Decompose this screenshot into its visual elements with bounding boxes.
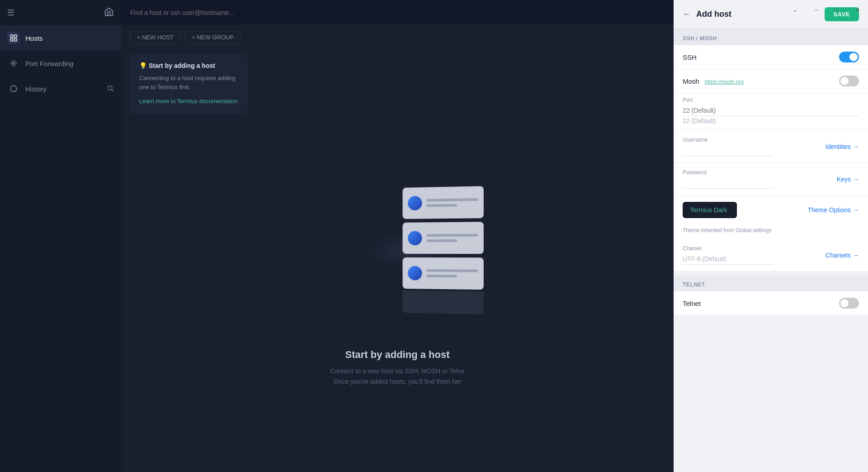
port-field-row: Port 22 (Default) bbox=[674, 93, 868, 130]
minimize-button[interactable]: − bbox=[806, 0, 826, 20]
charset-label: Charset bbox=[683, 245, 826, 252]
password-row: Password Keys → bbox=[674, 163, 868, 195]
search-input[interactable] bbox=[130, 9, 665, 16]
new-host-button[interactable]: + NEW HOST bbox=[130, 31, 180, 44]
keys-link[interactable]: Keys → bbox=[837, 176, 859, 183]
sidebar-item-hosts[interactable]: Hosts bbox=[0, 25, 121, 51]
server-dot-1 bbox=[408, 195, 422, 210]
server-line-1a bbox=[426, 198, 478, 201]
password-input[interactable] bbox=[683, 177, 773, 189]
telnet-section: Telnet bbox=[674, 291, 868, 315]
info-card-link[interactable]: Learn more in Termius documentation bbox=[139, 98, 238, 105]
server-line-1b bbox=[426, 204, 457, 207]
sidebar-history-label: History bbox=[25, 85, 47, 93]
info-card-title: 💡 Start by adding a host bbox=[139, 62, 239, 69]
charsets-link[interactable]: Charsets → bbox=[826, 252, 859, 259]
telnet-toggle[interactable] bbox=[839, 298, 859, 309]
username-row: Username Identities → bbox=[674, 130, 868, 163]
svg-rect-3 bbox=[14, 39, 17, 41]
svg-rect-1 bbox=[14, 35, 17, 37]
telnet-label: Telnet bbox=[683, 300, 701, 307]
svg-rect-2 bbox=[10, 39, 13, 41]
server-card-3 bbox=[402, 257, 483, 289]
charset-value: UTF-8 (Default) bbox=[683, 253, 773, 265]
server-dot-3 bbox=[408, 266, 422, 280]
mosh-toggle-slider bbox=[839, 76, 859, 86]
telnet-toggle-row: Telnet bbox=[674, 291, 868, 315]
username-field-container: Username bbox=[683, 137, 826, 156]
svg-point-6 bbox=[108, 86, 112, 90]
home-icon[interactable] bbox=[104, 7, 114, 19]
hamburger-icon[interactable]: ☰ bbox=[7, 8, 14, 18]
server-illustration bbox=[402, 186, 483, 315]
port-value: 22 (Default) bbox=[683, 116, 859, 124]
svg-line-7 bbox=[112, 90, 113, 91]
ssh-mosh-section: SSH Mosh https://mosh.org Port bbox=[674, 45, 868, 272]
maximize-button[interactable]: □ bbox=[826, 0, 847, 20]
server-line-2b bbox=[426, 239, 457, 242]
server-line-2a bbox=[426, 234, 478, 237]
chevron-down-button[interactable]: ⌄ bbox=[785, 0, 806, 20]
info-card-body: Connecting to a host requires adding one… bbox=[139, 74, 239, 91]
panel-body: SSH / Mosh SSH Mosh https://mosh.org bbox=[674, 29, 868, 472]
theme-options-link[interactable]: Theme Options → bbox=[807, 206, 859, 214]
ssh-toggle-row: SSH bbox=[674, 45, 868, 69]
username-input[interactable] bbox=[683, 145, 773, 156]
server-line-3b bbox=[426, 274, 457, 277]
svg-point-5 bbox=[10, 86, 17, 92]
hero-text: Start by adding a host Connect to a new … bbox=[330, 349, 465, 386]
sidebar-hosts-label: Hosts bbox=[25, 34, 42, 42]
password-field-container: Password bbox=[683, 169, 837, 189]
main-content: + NEW HOST + NEW GROUP 💡 Start by adding… bbox=[121, 0, 674, 472]
server-card-2 bbox=[402, 222, 483, 254]
history-search-icon[interactable] bbox=[107, 85, 114, 93]
telnet-section-header: Telnet bbox=[674, 275, 868, 291]
username-label: Username bbox=[683, 137, 826, 143]
hero-area: Start by adding a host Connect to a new … bbox=[121, 119, 674, 472]
action-bar: + NEW HOST + NEW GROUP bbox=[121, 25, 674, 49]
sidebar: ☰ Hosts bbox=[0, 0, 121, 472]
mosh-label: Mosh https://mosh.org bbox=[683, 77, 744, 85]
charset-row: Charset UTF-8 (Default) Charsets → bbox=[674, 239, 868, 272]
hosts-icon bbox=[7, 32, 20, 44]
add-host-panel: ⌄ − □ ✕ ← Add host SAVE SSH / Mosh SSH bbox=[674, 0, 868, 472]
server-dot-2 bbox=[408, 231, 422, 245]
ssh-toggle[interactable] bbox=[839, 52, 859, 62]
hero-illustration bbox=[121, 119, 674, 472]
hero-subtitle-1: Connect to a new host via SSH, MOSH or T… bbox=[330, 366, 465, 376]
telnet-toggle-slider bbox=[839, 298, 859, 309]
theme-box: Termius Dark bbox=[683, 202, 737, 218]
inherited-note: Theme inherited from Global settings bbox=[674, 224, 868, 239]
server-lines-3 bbox=[426, 269, 478, 277]
server-card-1 bbox=[402, 186, 483, 219]
sidebar-port-forwarding-label: Port Forwarding bbox=[25, 60, 74, 67]
svg-point-4 bbox=[13, 62, 15, 65]
new-group-button[interactable]: + NEW GROUP bbox=[185, 31, 241, 44]
history-icon bbox=[7, 82, 20, 95]
mosh-toggle-row: Mosh https://mosh.org bbox=[674, 69, 868, 93]
theme-row: Termius Dark Theme Options → bbox=[674, 195, 868, 224]
back-button[interactable]: ← bbox=[683, 10, 691, 19]
ssh-mosh-section-header: SSH / Mosh bbox=[674, 29, 868, 45]
server-line-3a bbox=[426, 269, 478, 272]
password-label: Password bbox=[683, 169, 837, 176]
server-lines-1 bbox=[426, 198, 478, 207]
charset-field-container: Charset UTF-8 (Default) bbox=[683, 245, 826, 265]
close-button[interactable]: ✕ bbox=[847, 0, 868, 20]
server-lines-2 bbox=[426, 234, 478, 242]
sidebar-item-port-forwarding[interactable]: Port Forwarding bbox=[0, 51, 121, 76]
mosh-toggle[interactable] bbox=[839, 76, 859, 86]
ssh-toggle-slider bbox=[839, 52, 859, 62]
port-label: Port bbox=[683, 97, 859, 103]
identities-link[interactable]: Identities → bbox=[826, 143, 859, 150]
server-card-bottom bbox=[402, 290, 483, 314]
hero-title: Start by adding a host bbox=[330, 349, 465, 361]
ssh-label: SSH bbox=[683, 53, 697, 61]
hero-subtitle-2: Once you've added hosts, you'll find the… bbox=[330, 377, 465, 386]
info-card: 💡 Start by adding a host Connecting to a… bbox=[130, 54, 248, 114]
port-input[interactable] bbox=[683, 105, 859, 116]
sidebar-item-history[interactable]: History bbox=[0, 76, 121, 101]
mosh-link[interactable]: https://mosh.org bbox=[705, 79, 744, 85]
sidebar-header: ☰ bbox=[0, 0, 121, 25]
sidebar-nav: Hosts Port Forwarding History bbox=[0, 25, 121, 472]
